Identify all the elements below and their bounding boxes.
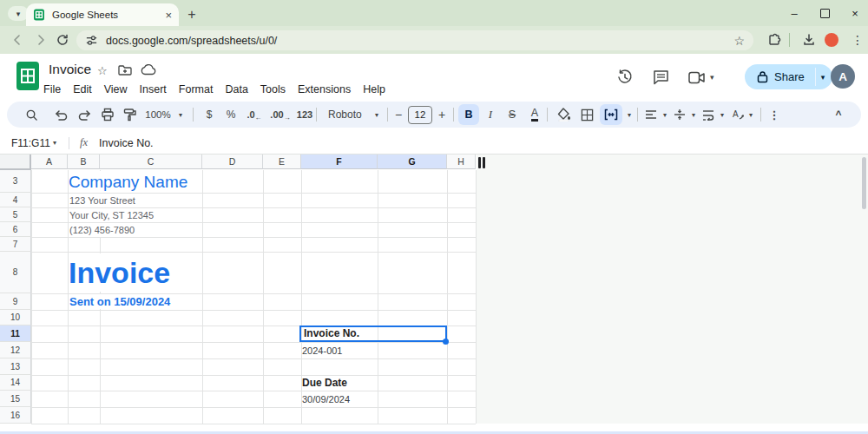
row-header-15[interactable]: 15 (0, 391, 31, 407)
share-button[interactable]: Share ▾ (745, 64, 832, 89)
increase-font-size-button[interactable]: + (434, 102, 450, 128)
percent-format-button[interactable]: % (221, 102, 240, 128)
window-minimize-button[interactable]: – (779, 0, 809, 26)
row-header-6[interactable]: 6 (0, 222, 31, 237)
print-button[interactable] (97, 102, 118, 128)
cell-invoice-title[interactable]: Invoice (69, 253, 174, 292)
forward-button[interactable] (29, 26, 53, 54)
back-button[interactable] (5, 26, 30, 54)
address-bar[interactable]: docs.google.com/spreadsheets/u/0/ ☆ (76, 30, 753, 50)
column-header-d[interactable]: D (202, 155, 263, 169)
italic-button[interactable]: I (481, 102, 500, 128)
redo-button[interactable] (75, 102, 95, 128)
fill-handle[interactable] (443, 339, 449, 345)
vertical-align-caret-icon[interactable]: ▾ (688, 102, 699, 128)
account-avatar[interactable]: A (831, 64, 855, 89)
move-folder-icon[interactable] (118, 64, 132, 76)
row-header-12[interactable]: 12 (0, 342, 31, 358)
horizontal-align-caret-icon[interactable]: ▾ (660, 102, 670, 128)
menu-file[interactable]: File (42, 81, 62, 98)
star-document-icon[interactable]: ☆ (97, 64, 108, 77)
row-header-7[interactable]: 7 (0, 237, 31, 252)
menu-data[interactable]: Data (223, 81, 249, 98)
row-header-14[interactable]: 14 (0, 375, 31, 391)
row-header-4[interactable]: 4 (0, 193, 31, 207)
cell-address-line1[interactable]: 123 Your Street (69, 194, 139, 207)
menu-extensions[interactable]: Extensions (296, 81, 352, 98)
comments-button[interactable] (649, 66, 672, 89)
menu-help[interactable]: Help (361, 81, 387, 98)
zoom-select[interactable]: 100% (142, 102, 174, 128)
meet-caret-icon[interactable]: ▾ (710, 73, 714, 82)
merge-cells-button[interactable] (600, 104, 622, 125)
row-header-10[interactable]: 10 (0, 310, 31, 326)
name-box-caret-icon[interactable]: ▾ (53, 139, 56, 147)
reload-button[interactable] (50, 26, 75, 54)
menu-edit[interactable]: Edit (71, 81, 94, 98)
cell-invoice-no-label[interactable]: Invoice No. (301, 327, 445, 340)
bookmark-star-icon[interactable]: ☆ (733, 34, 745, 48)
more-options-button[interactable]: ⋮ (766, 102, 783, 128)
text-color-button[interactable]: A (524, 102, 545, 128)
row-header-3[interactable]: 3 (0, 170, 31, 193)
meet-button[interactable] (686, 66, 708, 89)
column-header-a[interactable]: A (31, 155, 68, 169)
text-rotation-caret-icon[interactable]: ▾ (746, 102, 756, 128)
row-header-13[interactable]: 13 (0, 358, 31, 375)
font-caret-icon[interactable]: ▾ (372, 102, 382, 128)
name-box[interactable]: F11:G11 (11, 137, 55, 149)
merge-caret-icon[interactable]: ▾ (624, 102, 635, 128)
row-header-16[interactable]: 16 (0, 407, 31, 424)
horizontal-align-button[interactable] (641, 102, 661, 128)
document-title[interactable]: Invoice (49, 62, 91, 77)
site-settings-icon[interactable] (85, 34, 98, 47)
column-header-e[interactable]: E (263, 155, 301, 169)
font-size-input[interactable]: 12 (408, 102, 432, 128)
cloud-status-icon[interactable] (141, 64, 156, 76)
currency-format-button[interactable]: $ (200, 102, 219, 128)
browser-menu-button[interactable]: ⋮ (845, 26, 868, 54)
new-tab-button[interactable]: + (182, 5, 201, 24)
fill-color-button[interactable] (553, 102, 574, 128)
paint-format-button[interactable] (120, 102, 141, 128)
zoom-caret-icon[interactable]: ▾ (175, 102, 186, 128)
row-header-9[interactable]: 9 (0, 293, 31, 310)
cell-invoice-no-value[interactable]: 2024-001 (302, 343, 343, 358)
hide-menus-button[interactable]: ^ (828, 102, 849, 128)
text-wrap-caret-icon[interactable]: ▾ (717, 102, 727, 128)
column-header-g[interactable]: G (378, 155, 447, 169)
column-header-h[interactable]: H (447, 155, 476, 169)
increase-decimal-button[interactable]: .00→ (266, 102, 294, 128)
number-format-button[interactable]: 123 (293, 102, 316, 128)
text-wrap-button[interactable] (699, 102, 718, 128)
strikethrough-button[interactable]: S (503, 102, 522, 128)
share-main[interactable]: Share (745, 64, 815, 89)
window-close-button[interactable]: × (840, 0, 868, 26)
menu-tools[interactable]: Tools (259, 81, 287, 98)
cell-phone[interactable]: (123) 456-7890 (69, 223, 138, 237)
browser-tab[interactable]: Google Sheets × (26, 3, 179, 26)
row-header-11[interactable]: 11 (0, 326, 31, 342)
row-header-5[interactable]: 5 (0, 207, 31, 222)
font-family-select[interactable]: Roboto (323, 102, 370, 128)
download-button[interactable] (797, 26, 821, 54)
borders-button[interactable] (576, 102, 597, 128)
tab-close-icon[interactable]: × (165, 10, 172, 21)
vertical-scrollbar[interactable] (862, 157, 866, 209)
window-maximize-button[interactable] (810, 0, 839, 26)
column-header-f[interactable]: F (301, 155, 378, 169)
menu-format[interactable]: Format (177, 81, 215, 98)
cell-due-date-label[interactable]: Due Date (302, 376, 347, 390)
bold-button[interactable]: B (458, 104, 479, 125)
search-button[interactable] (21, 102, 42, 128)
cell-address-line2[interactable]: Your City, ST 12345 (69, 208, 157, 222)
formula-content[interactable]: Invoice No. (99, 137, 154, 149)
menu-view[interactable]: View (102, 81, 129, 98)
cell-sent-on[interactable]: Sent on 15/09/2024 (69, 294, 174, 309)
cell-company-name[interactable]: Company Name (69, 171, 191, 193)
sheets-logo[interactable] (16, 61, 40, 91)
vertical-align-button[interactable] (670, 102, 689, 128)
undo-button[interactable] (50, 102, 71, 128)
cell-selection[interactable]: Invoice No. (299, 326, 447, 342)
decrease-decimal-button[interactable]: .0← (242, 102, 266, 128)
